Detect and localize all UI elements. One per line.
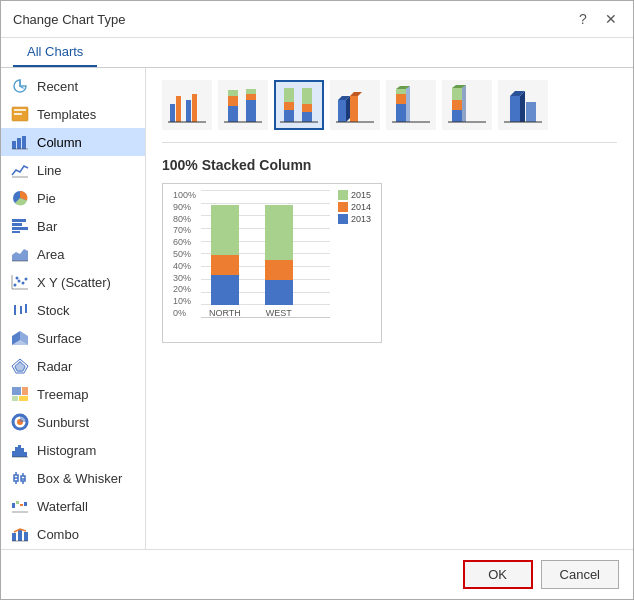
svg-marker-105 xyxy=(520,91,525,122)
svg-point-19 xyxy=(25,278,28,281)
svg-rect-74 xyxy=(246,100,256,122)
svg-rect-99 xyxy=(452,100,462,110)
ok-button[interactable]: OK xyxy=(463,560,533,589)
chart-types-row xyxy=(162,80,617,143)
sidebar-item-xy-scatter-label: X Y (Scatter) xyxy=(37,275,111,290)
sidebar-item-bar[interactable]: Bar xyxy=(1,212,145,240)
stacked-bar-west xyxy=(265,205,293,305)
sidebar-item-surface[interactable]: Surface xyxy=(1,324,145,352)
stacked-bar-north xyxy=(211,205,239,305)
sidebar-item-stock[interactable]: Stock xyxy=(1,296,145,324)
sidebar-item-column[interactable]: Column xyxy=(1,128,145,156)
svg-rect-12 xyxy=(12,231,20,233)
chart-type-3d-100pct-stacked-column[interactable] xyxy=(442,80,492,130)
svg-rect-43 xyxy=(12,451,15,457)
legend-color-2014 xyxy=(338,202,348,212)
histogram-icon xyxy=(11,441,29,459)
sidebar-item-combo[interactable]: Combo xyxy=(1,520,145,548)
tab-bar: All Charts xyxy=(1,38,633,68)
sidebar-item-stock-label: Stock xyxy=(37,303,70,318)
y-axis: 100% 90% 80% 70% 60% 50% 40% 30% 20% 10%… xyxy=(173,190,201,336)
svg-rect-83 xyxy=(302,104,312,112)
sidebar-item-bar-label: Bar xyxy=(37,219,57,234)
chart-type-100pct-stacked-column[interactable] xyxy=(274,80,324,130)
svg-rect-75 xyxy=(246,94,256,100)
chart-type-clustered-column[interactable] xyxy=(162,80,212,130)
svg-rect-103 xyxy=(510,96,520,122)
box-whisker-icon xyxy=(11,469,29,487)
sidebar-item-line[interactable]: Line xyxy=(1,156,145,184)
svg-rect-80 xyxy=(284,102,294,110)
sidebar-item-radar[interactable]: Radar xyxy=(1,352,145,380)
svg-marker-36 xyxy=(14,360,26,372)
scatter-icon xyxy=(11,273,29,291)
recent-icon xyxy=(11,77,29,95)
svg-marker-101 xyxy=(462,85,466,122)
sidebar-item-treemap[interactable]: Treemap xyxy=(1,380,145,408)
sidebar-item-histogram-label: Histogram xyxy=(37,443,96,458)
bar-north-2013 xyxy=(211,275,239,305)
svg-rect-1 xyxy=(14,109,26,111)
svg-point-15 xyxy=(14,284,17,287)
svg-rect-37 xyxy=(12,387,21,395)
sidebar-item-xy-scatter[interactable]: X Y (Scatter) xyxy=(1,268,145,296)
chart-type-3d-clustered-column[interactable] xyxy=(330,80,380,130)
legend-color-2013 xyxy=(338,214,348,224)
svg-rect-5 xyxy=(22,136,26,149)
legend-item-2014: 2014 xyxy=(338,202,371,212)
svg-rect-10 xyxy=(12,223,22,226)
pie-icon xyxy=(11,189,29,207)
sidebar-item-line-label: Line xyxy=(37,163,62,178)
change-chart-type-dialog: Change Chart Type ? ✕ All Charts Recent xyxy=(0,0,634,600)
bar-west-2015 xyxy=(265,205,293,260)
svg-rect-3 xyxy=(12,141,16,149)
bar-west-2014 xyxy=(265,260,293,280)
column-icon xyxy=(11,133,29,151)
radar-icon xyxy=(11,357,29,375)
footer: OK Cancel xyxy=(1,549,633,599)
cancel-button[interactable]: Cancel xyxy=(541,560,619,589)
svg-rect-11 xyxy=(12,227,28,230)
sidebar-item-box-whisker[interactable]: Box & Whisker xyxy=(1,464,145,492)
svg-rect-62 xyxy=(12,533,16,541)
bar-group-north: NORTH xyxy=(209,205,241,318)
svg-rect-91 xyxy=(396,104,406,122)
sidebar-item-templates[interactable]: Templates xyxy=(1,100,145,128)
tab-all-charts[interactable]: All Charts xyxy=(13,38,97,67)
svg-rect-40 xyxy=(19,396,28,401)
svg-point-17 xyxy=(16,277,19,280)
chart-type-3d-column[interactable] xyxy=(498,80,548,130)
chart-type-3d-stacked-column[interactable] xyxy=(386,80,436,130)
sidebar-item-templates-label: Templates xyxy=(37,107,96,122)
svg-rect-38 xyxy=(22,387,28,395)
treemap-icon xyxy=(11,385,29,403)
waterfall-icon xyxy=(11,497,29,515)
svg-rect-88 xyxy=(350,96,358,122)
stock-icon xyxy=(11,301,29,319)
area-icon xyxy=(11,245,29,263)
svg-rect-98 xyxy=(452,88,462,100)
svg-rect-85 xyxy=(338,100,346,122)
svg-rect-59 xyxy=(20,504,23,506)
svg-rect-46 xyxy=(21,448,24,457)
svg-rect-57 xyxy=(12,503,15,508)
sidebar-item-area[interactable]: Area xyxy=(1,240,145,268)
legend-color-2015 xyxy=(338,190,348,200)
sidebar-item-column-label: Column xyxy=(37,135,82,150)
help-button[interactable]: ? xyxy=(573,9,593,29)
sidebar-item-waterfall[interactable]: Waterfall xyxy=(1,492,145,520)
sidebar-item-pie[interactable]: Pie xyxy=(1,184,145,212)
sidebar-item-histogram[interactable]: Histogram xyxy=(1,436,145,464)
svg-rect-63 xyxy=(18,530,22,541)
sidebar-item-recent[interactable]: Recent xyxy=(1,72,145,100)
close-button[interactable]: ✕ xyxy=(601,9,621,29)
sidebar-item-treemap-label: Treemap xyxy=(37,387,89,402)
title-bar: Change Chart Type ? ✕ xyxy=(1,1,633,38)
bar-icon xyxy=(11,217,29,235)
sidebar-item-sunburst[interactable]: Sunburst xyxy=(1,408,145,436)
bar-west-2013 xyxy=(265,280,293,305)
svg-rect-92 xyxy=(396,94,406,104)
chart-type-stacked-column[interactable] xyxy=(218,80,268,130)
svg-rect-60 xyxy=(24,502,27,506)
svg-rect-93 xyxy=(396,89,406,94)
